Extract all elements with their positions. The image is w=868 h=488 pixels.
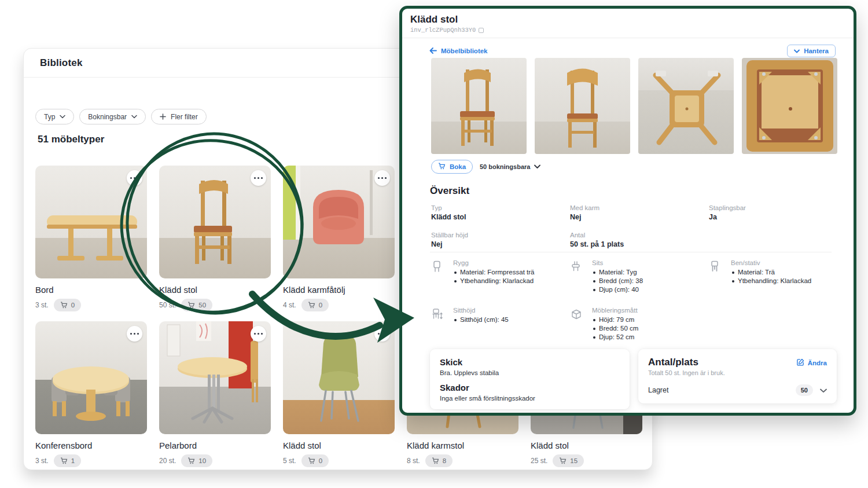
field-antal: Antal 50 st. på 1 plats [570,232,709,248]
cart-badge: 0 [301,299,329,311]
card-title: Konferensbord [35,441,147,450]
inventory-id-text: inv_rlcZPupQnh33Y0 [410,27,476,34]
card-title: Klädd karmfåtölj [283,285,395,295]
card-count: 8 st. [407,457,420,465]
field-value: Nej [570,213,709,221]
cart-count: 50 [198,302,206,309]
more-options-icon[interactable] [251,170,266,186]
book-button[interactable]: Boka [431,160,473,174]
filter-typ[interactable]: Typ [35,109,74,124]
field-label: Med karm [570,204,709,211]
detail-window: Klädd stol inv_rlcZPupQnh33Y0 Möbelbibli… [399,6,856,416]
product-photo-front[interactable] [431,58,527,154]
furniture-photo[interactable] [159,321,271,434]
spec-mobleringsmatt: Möbleringsmått Höjd: 79 cm Bredd: 50 cm … [570,307,709,342]
damage-text: Inga eller små förslitningsskador [440,395,620,402]
library-title: Bibliotek [40,57,83,69]
spec-sitthojd: Sitthöjd Sitthöjd (cm): 45 [431,307,570,342]
spec-item: Material: Trä [731,268,811,277]
filter-bokningsbar[interactable]: Bokningsbar [79,109,146,124]
cart-icon [60,302,68,309]
furniture-photo[interactable] [35,321,147,434]
chevron-down-icon [534,163,540,170]
furniture-card[interactable]: Klädd karmfåtölj 4 st. 0 [283,166,395,311]
cart-badge: 0 [54,299,81,311]
product-photo-underside[interactable] [742,58,837,154]
spec-item: Djup (cm): 40 [592,285,643,294]
bookable-dropdown[interactable]: 50 bokningsbara [480,163,540,170]
section-divider [430,252,832,252]
field-value: Ja [709,213,836,221]
furniture-card[interactable]: Pelarbord 20 st. 10 [159,321,271,467]
product-photo-flipped[interactable] [638,58,734,154]
product-photo-back[interactable] [535,58,630,154]
manage-button-label: Hantera [804,47,829,54]
bookable-label: 50 bokningsbara [480,163,530,170]
cart-icon [308,302,315,309]
cart-badge: 1 [54,454,81,467]
more-options-icon[interactable] [374,170,390,186]
card-title: Klädd stol [283,441,395,450]
furniture-card[interactable]: Klädd stol 50 st. 50 [159,166,271,311]
card-title: Bord [35,285,147,295]
location-row[interactable]: Lagret 50 [648,384,827,396]
damage-heading: Skador [440,383,620,392]
cart-badge: 0 [301,454,329,467]
chevron-down-icon [60,115,65,119]
back-link[interactable]: Möbelbibliotek [429,47,488,55]
filter-more-label: Fler filter [171,113,198,121]
filter-more[interactable]: Fler filter [151,109,207,124]
spec-label: Ben/stativ [731,259,811,266]
field-typ: Typ Klädd stol [431,204,570,221]
chair-seat-icon [570,259,583,294]
cart-badge: 8 [425,454,453,467]
more-options-icon[interactable] [251,326,266,342]
spec-label: Rygg [453,259,534,266]
card-title: Klädd stol [531,441,642,450]
chevron-down-icon[interactable] [820,385,827,395]
more-options-icon[interactable] [127,170,142,186]
cart-icon [60,457,68,464]
cart-badge: 50 [181,299,212,311]
seat-height-icon [431,307,444,342]
cart-icon [438,163,446,171]
cart-icon [432,457,439,464]
furniture-card[interactable]: Bord 3 st. 0 [35,166,147,311]
chair-underside-illustration [742,58,837,154]
chair-front-illustration [431,58,527,154]
edit-button[interactable]: Ändra [797,358,827,367]
furniture-card[interactable]: Klädd stol 5 st. 0 [283,321,395,467]
spec-label: Sits [592,259,643,266]
filter-typ-label: Typ [44,113,55,121]
cube-dimensions-icon [570,307,583,342]
copy-icon[interactable] [479,28,484,33]
condition-text: Bra. Upplevs stabila [440,369,620,376]
more-options-icon[interactable] [374,326,390,342]
field-label: Staplingsbar [709,204,836,211]
spec-label: Möbleringsmått [592,307,638,314]
quantity-value: 50 [796,384,813,396]
field-value: Nej [431,240,570,248]
more-options-icon[interactable] [127,326,142,342]
plus-icon [160,113,166,120]
furniture-photo[interactable] [159,166,271,278]
card-count: 5 st. [283,457,296,465]
overview-heading: Översikt [430,185,469,197]
filter-bar: Typ Bokningsbar Fler filter [35,109,207,124]
spec-ben-stativ: Ben/stativ Material: Trä Ytbehandling: K… [709,259,843,294]
spec-item: Ytbehandling: Klarlackad [731,277,811,285]
photo-gallery [431,58,837,154]
furniture-card[interactable]: Konferensbord 3 st. 1 [35,321,147,467]
manage-button[interactable]: Hantera [787,45,836,57]
spec-item: Material: Tyg [592,268,643,277]
detail-title: Klädd stol [410,14,844,25]
field-med-karm: Med karm Nej [570,204,709,221]
furniture-photo[interactable] [35,166,147,278]
spec-item: Djup: 52 cm [592,333,638,342]
card-title: Klädd karmstol [407,441,518,450]
furniture-photo[interactable] [283,166,395,278]
card-count: 3 st. [35,301,49,309]
furniture-photo[interactable] [283,321,395,434]
cart-icon [187,302,195,309]
field-label: Typ [431,204,570,211]
